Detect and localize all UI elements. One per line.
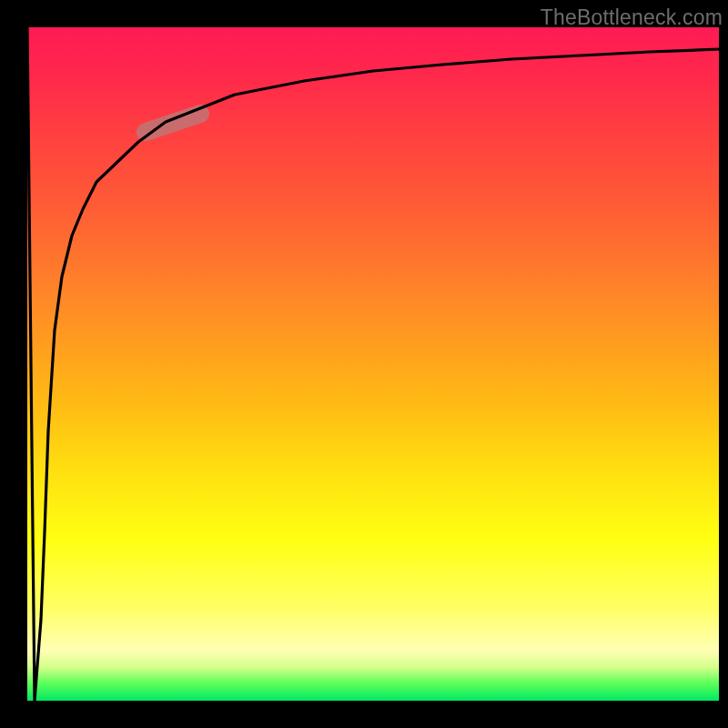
curve-layer (27, 27, 719, 701)
watermark-text: TheBottleneck.com (541, 5, 723, 30)
plot-area (27, 27, 719, 701)
bottleneck-curve (27, 27, 719, 701)
chart-stage: TheBottleneck.com (0, 0, 728, 728)
